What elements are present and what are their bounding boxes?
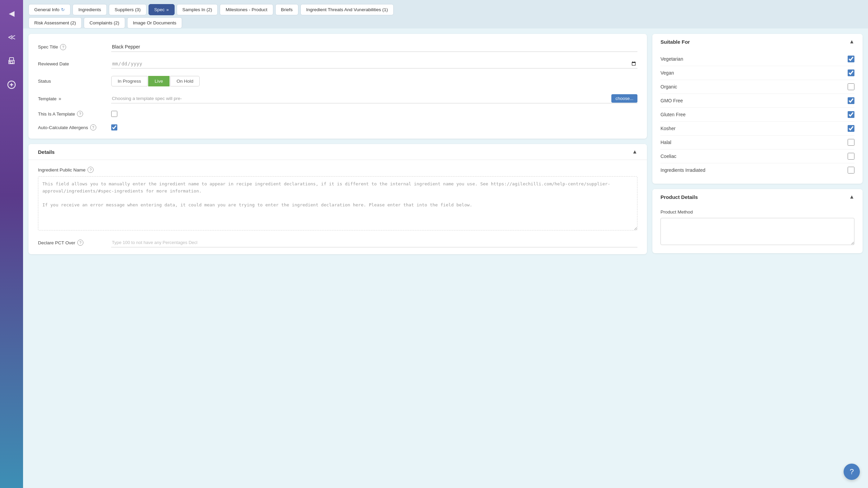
details-card: Details ▲ Ingredient Public Name ? This … <box>28 144 647 254</box>
tab-samples-in[interactable]: Samples In (2) <box>177 4 218 15</box>
tab-risk-assessment[interactable]: Risk Assessment (2) <box>28 17 82 28</box>
product-method-textarea[interactable] <box>660 218 854 245</box>
declare-pct-help-icon[interactable]: ? <box>77 240 83 246</box>
status-on-hold[interactable]: On Hold <box>170 76 200 86</box>
suitable-for-body: Vegetarian Vegan Organic G <box>652 49 863 184</box>
vegetarian-checkbox[interactable] <box>848 56 854 62</box>
spec-title-help-icon[interactable]: ? <box>60 44 66 50</box>
tab-spec[interactable]: Spec » <box>149 4 175 15</box>
template-placeholder-text: Choosing a template spec will pre- <box>111 94 609 103</box>
tab-briefs[interactable]: Briefs <box>275 4 299 15</box>
vegan-label: Vegan <box>660 70 674 76</box>
print-icon[interactable] <box>5 54 18 68</box>
suitable-ingredients-irradiated-row: Ingredients Irradiated <box>660 163 854 177</box>
right-panel: Suitable For ▲ Vegetarian Vegan <box>652 34 863 483</box>
template-input-area: Choosing a template spec will pre- choos… <box>111 94 637 103</box>
product-details-header: Product Details ▲ <box>652 189 863 205</box>
product-details-title: Product Details <box>660 194 698 200</box>
details-card-body: Ingredient Public Name ? This field allo… <box>28 160 647 254</box>
auto-calc-label: Auto-Calculate Allergens ? <box>38 124 106 130</box>
details-card-header: Details ▲ <box>28 144 647 160</box>
content-area: Spec Title ? Reviewed Date <box>23 28 868 488</box>
details-collapse-button[interactable]: ▲ <box>632 149 637 155</box>
auto-calc-checkbox[interactable] <box>111 124 117 130</box>
product-details-collapse-button[interactable]: ▲ <box>849 194 854 200</box>
declare-pct-label: Declare PCT Over ? <box>38 240 106 246</box>
status-row: Status In Progress Live On Hold <box>38 76 637 86</box>
template-choose-button[interactable]: choose... <box>611 94 637 103</box>
main-area: General Info ↻ Ingredients Suppliers (3)… <box>23 0 868 488</box>
tab-ingredients[interactable]: Ingredients <box>73 4 107 15</box>
product-method-label: Product Method <box>660 209 854 215</box>
back-icon[interactable]: ◀ <box>5 7 18 20</box>
help-fab-button[interactable]: ? <box>844 464 860 480</box>
suitable-gluten-free-row: Gluten Free <box>660 108 854 122</box>
status-in-progress[interactable]: In Progress <box>111 76 147 86</box>
halal-label: Halal <box>660 140 671 145</box>
kosher-checkbox[interactable] <box>848 125 854 132</box>
ingredient-public-name-textarea[interactable]: This field allows you to manually enter … <box>38 176 637 230</box>
add-icon[interactable] <box>5 78 18 92</box>
suitable-organic-row: Organic <box>660 80 854 94</box>
sidebar: ◀ ≪ <box>0 0 23 488</box>
spec-title-label: Spec Title ? <box>38 44 106 50</box>
template-row: Template » Choosing a template spec will… <box>38 94 637 103</box>
kosher-label: Kosher <box>660 126 675 131</box>
template-label: Template » <box>38 96 106 101</box>
auto-calc-row: Auto-Calculate Allergens ? <box>38 124 637 130</box>
organic-checkbox[interactable] <box>848 83 854 90</box>
suitable-for-collapse-button[interactable]: ▲ <box>849 39 854 45</box>
spec-title-input[interactable] <box>111 42 637 52</box>
gluten-free-checkbox[interactable] <box>848 111 854 118</box>
suitable-vegetarian-row: Vegetarian <box>660 52 854 66</box>
suitable-for-title: Suitable For <box>660 39 690 45</box>
tabs-row-2: Risk Assessment (2) Complaints (2) Image… <box>28 17 863 28</box>
suitable-halal-row: Halal <box>660 136 854 149</box>
tabs-row-1: General Info ↻ Ingredients Suppliers (3)… <box>28 4 863 15</box>
gluten-free-label: Gluten Free <box>660 112 686 117</box>
coeliac-checkbox[interactable] <box>848 153 854 160</box>
reviewed-date-row: Reviewed Date <box>38 59 637 68</box>
coeliac-label: Coeliac <box>660 154 676 159</box>
suitable-for-card: Suitable For ▲ Vegetarian Vegan <box>652 34 863 184</box>
tab-suppliers[interactable]: Suppliers (3) <box>109 4 146 15</box>
organic-label: Organic <box>660 84 677 89</box>
this-is-template-row: This Is A Template ? <box>38 111 637 117</box>
halal-checkbox[interactable] <box>848 139 854 146</box>
left-panel: Spec Title ? Reviewed Date <box>28 34 647 483</box>
ingredient-public-name-help-icon[interactable]: ? <box>87 167 94 173</box>
status-label: Status <box>38 79 106 84</box>
this-is-template-checkbox[interactable] <box>111 111 117 117</box>
gmo-free-checkbox[interactable] <box>848 97 854 104</box>
declare-pct-row: Declare PCT Over ? Type 100 to not have … <box>38 238 637 247</box>
tab-image-documents[interactable]: Image Or Documents <box>127 17 182 28</box>
tab-general-info[interactable]: General Info ↻ <box>28 4 71 15</box>
this-is-template-label: This Is A Template ? <box>38 111 106 117</box>
gmo-free-label: GMO Free <box>660 98 683 103</box>
vegetarian-label: Vegetarian <box>660 56 683 62</box>
form-card: Spec Title ? Reviewed Date <box>28 34 647 139</box>
ingredient-public-name-label: Ingredient Public Name ? <box>38 167 637 173</box>
declare-pct-placeholder: Type 100 to not have any Percentages Dec… <box>111 238 637 247</box>
details-title: Details <box>38 149 55 155</box>
auto-calc-help-icon[interactable]: ? <box>90 124 96 130</box>
ingredients-irradiated-checkbox[interactable] <box>848 167 854 174</box>
svg-rect-1 <box>10 62 13 63</box>
tab-complaints[interactable]: Complaints (2) <box>84 17 125 28</box>
suitable-vegan-row: Vegan <box>660 66 854 80</box>
tab-ingredient-threats[interactable]: Ingredient Threats And Vunerabilities (1… <box>300 4 394 15</box>
reviewed-date-input[interactable] <box>112 61 637 67</box>
suitable-for-header: Suitable For ▲ <box>652 34 863 49</box>
tabs-container: General Info ↻ Ingredients Suppliers (3)… <box>23 0 868 28</box>
reviewed-date-label: Reviewed Date <box>38 61 106 66</box>
vegan-checkbox[interactable] <box>848 69 854 76</box>
template-arrow-icon: » <box>59 96 61 101</box>
svg-rect-0 <box>9 58 14 60</box>
suitable-kosher-row: Kosher <box>660 122 854 136</box>
ingredients-irradiated-label: Ingredients Irradiated <box>660 167 705 173</box>
this-is-template-help-icon[interactable]: ? <box>77 111 83 117</box>
status-live[interactable]: Live <box>148 76 170 86</box>
tab-milestones[interactable]: Milestones - Product <box>220 4 273 15</box>
double-back-icon[interactable]: ≪ <box>5 30 18 44</box>
product-details-body: Product Method <box>652 205 863 253</box>
